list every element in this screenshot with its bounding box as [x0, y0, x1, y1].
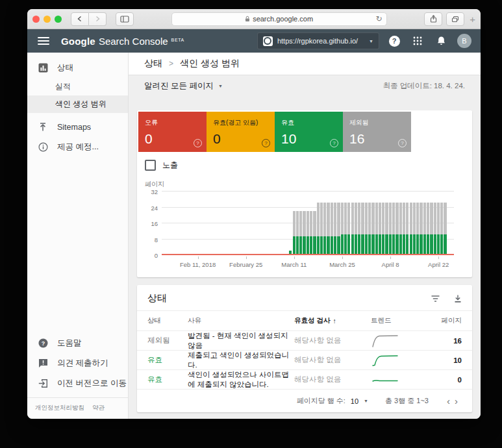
chart-bar[interactable]: [423, 203, 426, 255]
chart-bar[interactable]: [317, 203, 320, 255]
help-circle-icon[interactable]: ?: [330, 139, 338, 147]
share-button[interactable]: [424, 12, 442, 26]
chart-bar[interactable]: [313, 211, 316, 255]
refresh-icon[interactable]: ↻: [376, 14, 383, 23]
sidebar-item-status[interactable]: 상태: [27, 58, 128, 78]
chart-bar[interactable]: [331, 203, 333, 255]
chart-bar[interactable]: [310, 211, 312, 255]
help-circle-icon[interactable]: ?: [398, 139, 407, 147]
chart-bar[interactable]: [368, 203, 371, 255]
sidebar-item-coming-soon[interactable]: 제공 예정...: [27, 137, 128, 157]
close-window-button[interactable]: [32, 16, 40, 23]
column-validation[interactable]: 유효성 검사 ↑: [294, 316, 371, 325]
chart-bar[interactable]: [334, 203, 336, 255]
chart-bar[interactable]: [375, 203, 378, 255]
page-filter-dropdown[interactable]: 알려진 모든 페이지 ▼: [144, 81, 223, 92]
chart-bar[interactable]: [327, 203, 329, 255]
chart-bar[interactable]: [389, 203, 392, 255]
column-trend[interactable]: 트렌드: [371, 316, 431, 325]
chart-bar[interactable]: [437, 203, 440, 255]
rows-per-page-control[interactable]: 페이지당 행 수: 10 ▼: [297, 396, 368, 406]
chart-bar[interactable]: [413, 203, 416, 255]
chart-bar[interactable]: [385, 203, 388, 255]
chart-bar[interactable]: [371, 203, 374, 255]
chart-bar[interactable]: [416, 203, 419, 255]
chart-bar[interactable]: [406, 203, 408, 255]
next-page-button[interactable]: ›: [453, 395, 459, 406]
previous-page-button[interactable]: ‹: [446, 395, 451, 406]
chart-bar[interactable]: [347, 203, 350, 255]
chart-bar[interactable]: [323, 203, 326, 255]
chart-bar[interactable]: [341, 203, 344, 255]
chart-bar[interactable]: [344, 203, 347, 255]
help-circle-icon[interactable]: ?: [262, 139, 270, 147]
chart-bar[interactable]: [303, 211, 305, 255]
chart-bar[interactable]: [410, 203, 412, 255]
back-button[interactable]: [71, 12, 89, 26]
impressions-checkbox[interactable]: [145, 160, 156, 171]
sidebar-item-help[interactable]: ? 도움말: [27, 333, 128, 353]
chart-bar[interactable]: [427, 203, 429, 255]
property-selector[interactable]: https://rgpkorea.github.io/ ▼: [257, 32, 379, 49]
zoom-window-button[interactable]: [55, 16, 62, 23]
chart-bar[interactable]: [296, 211, 299, 255]
chart-bar[interactable]: [293, 211, 295, 255]
chart-bar[interactable]: [358, 203, 360, 255]
header-help-button[interactable]: ?: [386, 36, 403, 47]
sort-asc-icon: ↑: [333, 317, 336, 325]
chart-bar[interactable]: [403, 203, 405, 255]
column-reason[interactable]: 사유: [188, 316, 294, 325]
chart-bar[interactable]: [420, 203, 422, 255]
table-row[interactable]: 제외됨 발견됨 - 현재 색인이 생성되지 않음 해당사항 없음 16: [137, 330, 472, 350]
filter-icon: [431, 295, 440, 302]
chart-bar[interactable]: [351, 203, 354, 255]
sidebar-item-index-coverage[interactable]: 색인 생성 범위: [27, 95, 128, 113]
chart-bar[interactable]: [395, 203, 398, 255]
chart-bar[interactable]: [337, 203, 340, 255]
menu-icon[interactable]: [38, 37, 49, 45]
summary-card[interactable]: 제외됨 16 ?: [343, 112, 411, 152]
chart-bar[interactable]: [320, 203, 323, 255]
address-bar[interactable]: search.google.com ↻: [171, 12, 387, 26]
chart-bar[interactable]: [444, 203, 446, 255]
chart-bar[interactable]: [440, 203, 443, 255]
chart-bar[interactable]: [299, 211, 302, 255]
chart-bar[interactable]: [399, 203, 402, 255]
filter-button[interactable]: [431, 295, 440, 303]
account-button[interactable]: B: [456, 34, 473, 48]
privacy-link[interactable]: 개인정보처리방침: [35, 404, 84, 412]
sidebar-item-previous-version[interactable]: 이전 버전으로 이동: [27, 373, 128, 393]
sidebar-toggle-button[interactable]: [116, 12, 134, 26]
sidebar-item-performance[interactable]: 실적: [27, 78, 128, 95]
table-row[interactable]: 유효 색인이 생성되었으나 사이트맵에 제출되지 않았습니다. 해당사항 없음 …: [137, 369, 472, 389]
breadcrumb-parent[interactable]: 상태: [144, 58, 162, 69]
column-status[interactable]: 상태: [147, 316, 188, 325]
notifications-button[interactable]: [433, 36, 449, 46]
chart-bar[interactable]: [355, 203, 357, 255]
help-circle-icon[interactable]: ?: [194, 139, 202, 147]
summary-card[interactable]: 오류 0 ?: [138, 112, 207, 152]
sidebar-item-sitemaps[interactable]: Sitemaps: [27, 117, 128, 137]
terms-link[interactable]: 약관: [92, 404, 105, 412]
chart-bar[interactable]: [365, 203, 368, 255]
chart-bar[interactable]: [430, 203, 433, 255]
chart-bar[interactable]: [361, 203, 364, 255]
table-row[interactable]: 유효 제출되고 색인이 생성되었습니다. 해당사항 없음 10: [137, 350, 472, 369]
minimize-window-button[interactable]: [44, 16, 51, 23]
summary-card[interactable]: 유효(경고 있음) 0 ?: [207, 112, 275, 152]
column-pages[interactable]: 페이지: [431, 316, 462, 325]
chart-bar[interactable]: [392, 203, 395, 255]
download-button[interactable]: [454, 295, 462, 303]
chart-bar[interactable]: [434, 203, 436, 255]
sparkline-icon: [371, 333, 399, 349]
new-tab-button[interactable]: +: [470, 14, 475, 25]
sidebar-item-feedback[interactable]: 의견 제출하기: [27, 353, 128, 373]
x-tick-label: Feb 11, 2018: [180, 261, 216, 268]
chart-bar[interactable]: [307, 211, 309, 255]
forward-button[interactable]: [89, 12, 107, 26]
chart-bar[interactable]: [382, 203, 384, 255]
google-apps-button[interactable]: [409, 36, 426, 45]
chart-bar[interactable]: [379, 203, 381, 255]
tab-overview-button[interactable]: [446, 12, 464, 26]
summary-card[interactable]: 유효 10 ?: [275, 112, 343, 152]
